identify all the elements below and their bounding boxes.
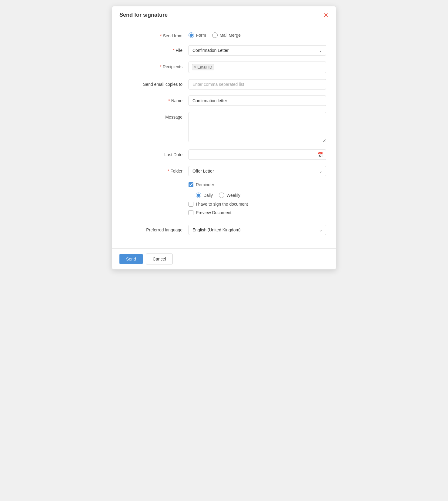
recipients-tags-input[interactable]: × Email ID [189, 62, 326, 73]
reminder-label[interactable]: Reminder [196, 182, 214, 187]
preferred-language-label: Preferred language [122, 225, 189, 233]
radio-weekly-label: Weekly [226, 193, 240, 198]
reminder-checkbox[interactable] [189, 182, 193, 187]
tag-remove-icon[interactable]: × [194, 66, 196, 69]
name-input[interactable] [189, 96, 326, 106]
radio-daily-label: Daily [203, 193, 213, 198]
name-row: *Name [122, 96, 326, 106]
recipients-row: *Recipients × Email ID [122, 62, 326, 73]
dialog-title: Send for signature [119, 12, 168, 18]
radio-form-option[interactable]: Form [189, 32, 206, 38]
folder-select-wrapper: Offer Letter ⌄ [189, 166, 326, 176]
preferred-language-row: Preferred language English (United Kingd… [122, 225, 326, 235]
file-select[interactable]: Confirmation Letter [189, 45, 326, 55]
last-date-label: Last Date [122, 150, 189, 158]
email-copies-control [189, 79, 326, 89]
file-row: *File Confirmation Letter ⌄ [122, 45, 326, 55]
preview-document-label[interactable]: Preview Document [196, 210, 232, 215]
recipients-label: *Recipients [122, 62, 189, 70]
sign-document-label[interactable]: I have to sign the document [196, 202, 248, 207]
preview-checkbox-row: Preview Document [189, 210, 326, 215]
reminder-checkbox-row: Reminder [189, 182, 326, 187]
email-copies-row: Send email copies to [122, 79, 326, 89]
file-label: *File [122, 45, 189, 54]
radio-daily-option[interactable]: Daily [196, 193, 213, 198]
send-for-signature-dialog: Send for signature ✕ *Send from Form Mai… [112, 6, 336, 270]
checkboxes-block: Reminder Daily Weekly I have [189, 182, 326, 219]
reminder-frequency-options: Daily Weekly [196, 191, 326, 198]
radio-weekly-input[interactable] [219, 193, 224, 198]
name-control [189, 96, 326, 106]
send-from-row: *Send from Form Mail Merge [122, 31, 326, 39]
folder-label: *Folder [122, 166, 189, 174]
last-date-row: Last Date 📅 [122, 150, 326, 160]
date-input-wrapper: 📅 [189, 150, 326, 160]
cancel-button[interactable]: Cancel [146, 254, 173, 264]
message-control [189, 112, 326, 143]
preview-document-checkbox[interactable] [189, 210, 193, 215]
message-label: Message [122, 112, 189, 120]
radio-daily-input[interactable] [196, 193, 201, 198]
message-textarea[interactable] [189, 112, 326, 142]
name-label: *Name [122, 96, 189, 104]
email-copies-label: Send email copies to [122, 79, 189, 88]
checkboxes-spacer [122, 182, 189, 185]
recipients-control: × Email ID [189, 62, 326, 73]
send-from-options: Form Mail Merge [189, 31, 326, 38]
tag-label: Email ID [197, 65, 212, 69]
language-select[interactable]: English (United Kingdom) [189, 225, 326, 235]
folder-select[interactable]: Offer Letter [189, 166, 326, 176]
sign-document-checkbox[interactable] [189, 202, 193, 207]
message-row: Message [122, 112, 326, 143]
sign-checkbox-row: I have to sign the document [189, 202, 326, 207]
folder-row: *Folder Offer Letter ⌄ [122, 166, 326, 176]
dialog-footer: Send Cancel [112, 248, 336, 269]
last-date-input[interactable] [189, 150, 326, 160]
recipient-tag: × Email ID [192, 64, 214, 70]
preferred-language-control: English (United Kingdom) ⌄ [189, 225, 326, 235]
last-date-control: 📅 [189, 150, 326, 160]
radio-weekly-option[interactable]: Weekly [219, 193, 240, 198]
required-asterisk: * [160, 33, 162, 38]
file-control: Confirmation Letter ⌄ [189, 45, 326, 55]
dialog-header: Send for signature ✕ [112, 6, 336, 23]
radio-form-input[interactable] [189, 32, 194, 38]
send-from-label: *Send from [122, 31, 189, 39]
radio-mail-merge-input[interactable] [212, 32, 218, 38]
radio-mail-merge-label: Mail Merge [220, 33, 241, 38]
language-select-wrapper: English (United Kingdom) ⌄ [189, 225, 326, 235]
file-select-wrapper: Confirmation Letter ⌄ [189, 45, 326, 55]
radio-form-label: Form [196, 33, 206, 38]
email-copies-input[interactable] [189, 79, 326, 89]
checkboxes-row: Reminder Daily Weekly I have [122, 182, 326, 219]
close-button[interactable]: ✕ [323, 12, 329, 18]
dialog-body: *Send from Form Mail Merge *File [112, 23, 336, 248]
radio-mail-merge-option[interactable]: Mail Merge [212, 32, 241, 38]
send-button[interactable]: Send [119, 254, 143, 264]
folder-control: Offer Letter ⌄ [189, 166, 326, 176]
